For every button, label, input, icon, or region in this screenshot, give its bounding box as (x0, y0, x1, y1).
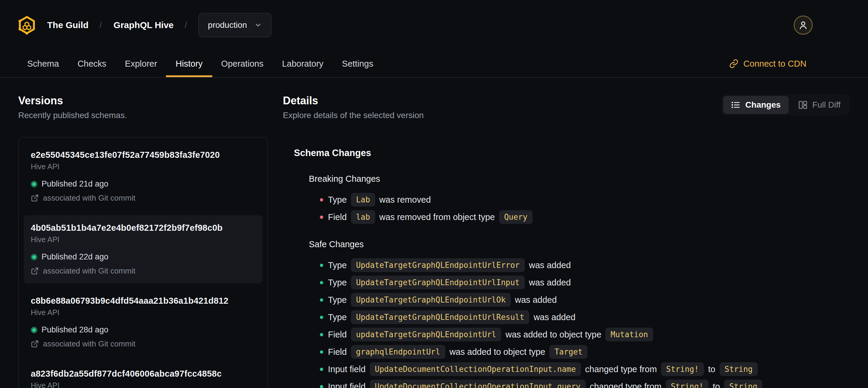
change-text: to (708, 364, 715, 374)
code-badge: graphqlEndpointUrl (351, 345, 445, 359)
bullet-dot (320, 350, 323, 354)
full-diff-view-button[interactable]: Full Diff (790, 96, 848, 114)
code-badge: Target (549, 345, 588, 359)
bullet-dot (320, 368, 323, 371)
change-text: Field (328, 330, 347, 339)
published-status-dot (31, 181, 37, 187)
version-service: Hive API (31, 235, 255, 244)
change-text: Type (328, 295, 347, 305)
change-item-content: Fieldlabwas removed from object typeQuer… (328, 210, 533, 224)
version-list-item[interactable]: 4b05ab51b1b4a7e2e4b0ef82172f2b9f7ef98c0b… (24, 215, 262, 283)
change-text: was added to object type (450, 347, 546, 357)
bullet-dot (320, 281, 323, 284)
change-text: Field (328, 212, 347, 222)
bullet-dot (320, 298, 323, 302)
git-commit-link[interactable]: associated with Git commit (31, 193, 255, 203)
change-item-content: TypeUpdateTargetGraphQLEndpointUrlErrorw… (328, 258, 571, 272)
bullet-dot (320, 215, 323, 219)
version-status-row: Published 22d ago (31, 252, 255, 262)
bullet-dot (320, 316, 323, 319)
tab-laboratory[interactable]: Laboratory (282, 50, 323, 77)
code-badge: UpdateTargetGraphQLEndpointUrlOk (351, 293, 511, 307)
git-commit-label: associated with Git commit (43, 193, 135, 203)
target-selector-dropdown[interactable]: production (198, 13, 272, 37)
tab-history[interactable]: History (176, 50, 203, 77)
change-text: Type (328, 260, 347, 270)
change-text: was added (529, 260, 571, 270)
version-status-row: Published 28d ago (31, 325, 255, 334)
version-hash: 4b05ab51b1b4a7e2e4b0ef82172f2b9f7ef98c0b (31, 223, 255, 233)
changes-view-button[interactable]: Changes (723, 96, 788, 114)
change-list: TypeLabwas removedFieldlabwas removed fr… (320, 193, 850, 224)
code-badge: UpdateTargetGraphQLEndpointUrlInput (351, 276, 525, 289)
code-badge: String (719, 362, 758, 376)
change-item: TypeUpdateTargetGraphQLEndpointUrlOkwas … (320, 293, 850, 307)
change-text: Type (328, 195, 347, 205)
version-status-row: Published 21d ago (31, 179, 255, 189)
code-badge: Query (499, 210, 533, 224)
change-item-content: FieldgraphqlEndpointUrlwas added to obje… (328, 345, 588, 359)
code-badge: updateTargetGraphQLEndpointUrl (351, 328, 501, 341)
target-selector-value: production (208, 20, 247, 30)
tabs-bar: Schema Checks Explorer History Operation… (0, 50, 868, 78)
changes-view-label: Changes (745, 100, 780, 110)
code-badge: String (724, 380, 762, 388)
breadcrumb: The Guild / GraphQL Hive / production (35, 13, 272, 37)
breadcrumb-project[interactable]: GraphQL Hive (114, 20, 174, 30)
external-link-icon (31, 194, 39, 202)
bullet-dot (320, 198, 323, 202)
details-heading-group: Details Explore details of the selected … (283, 94, 424, 120)
schema-changes-title: Schema Changes (294, 148, 850, 158)
breadcrumb-org[interactable]: The Guild (47, 20, 88, 30)
git-commit-link[interactable]: associated with Git commit (31, 266, 255, 276)
code-badge: UpdateTargetGraphQLEndpointUrlError (351, 258, 525, 272)
change-text: Type (328, 278, 347, 288)
change-item: TypeUpdateTargetGraphQLEndpointUrlErrorw… (320, 258, 850, 272)
code-badge: UpdateTargetGraphQLEndpointUrlResult (351, 310, 530, 324)
tab-operations[interactable]: Operations (221, 50, 264, 77)
version-list-item[interactable]: c8b6e88a06793b9c4dfd54aaa21b36a1b421d812… (24, 288, 262, 356)
version-list-item[interactable]: a823f6db2a55df877dcf406006abca97fcc4858c… (24, 361, 262, 388)
change-item: Fieldlabwas removed from object typeQuer… (320, 210, 850, 224)
change-text: was added (529, 278, 571, 288)
git-commit-label: associated with Git commit (43, 339, 135, 349)
change-text: was removed from object type (379, 212, 495, 222)
hive-logo[interactable] (18, 16, 35, 35)
change-section-title: Breaking Changes (309, 174, 850, 184)
chevron-down-icon (254, 21, 262, 29)
tab-schema[interactable]: Schema (27, 50, 59, 77)
external-link-icon (31, 340, 39, 348)
git-commit-label: associated with Git commit (43, 266, 135, 276)
link-icon (729, 59, 739, 68)
version-published-label: Published 21d ago (41, 179, 108, 189)
change-item-content: TypeUpdateTargetGraphQLEndpointUrlOkwas … (328, 293, 557, 307)
versions-panel: Versions Recently published schemas. e2e… (18, 94, 268, 388)
user-avatar-button[interactable] (794, 16, 813, 35)
version-list-item[interactable]: e2e55045345ce13fe07f52a77459b83fa3fe7020… (24, 142, 262, 210)
change-item: TypeUpdateTargetGraphQLEndpointUrlResult… (320, 310, 850, 324)
details-header: Details Explore details of the selected … (283, 94, 850, 120)
change-section: Safe ChangesTypeUpdateTargetGraphQLEndpo… (309, 239, 850, 388)
version-list: e2e55045345ce13fe07f52a77459b83fa3fe7020… (18, 137, 268, 388)
connect-to-cdn-link[interactable]: Connect to CDN (729, 50, 806, 77)
tab-checks[interactable]: Checks (78, 50, 106, 77)
header-top-row: The Guild / GraphQL Hive / production (0, 0, 868, 50)
list-icon (731, 100, 740, 110)
git-commit-link[interactable]: associated with Git commit (31, 339, 255, 349)
change-text: Type (328, 312, 347, 322)
tab-explorer[interactable]: Explorer (125, 50, 157, 77)
change-item-content: Input fieldUpdateDocumentCollectionOpera… (328, 380, 762, 388)
version-hash: c8b6e88a06793b9c4dfd54aaa21b36a1b421d812 (31, 296, 255, 306)
bullet-dot (320, 264, 323, 267)
change-text: was added (515, 295, 557, 305)
change-text: was added (533, 312, 575, 322)
tab-settings[interactable]: Settings (342, 50, 373, 77)
published-status-dot (31, 254, 37, 260)
details-panel: Details Explore details of the selected … (283, 94, 850, 388)
full-diff-view-label: Full Diff (812, 100, 840, 110)
change-text: was added to object type (505, 330, 601, 339)
code-badge: String! (666, 380, 709, 388)
code-badge: Lab (351, 193, 375, 207)
change-text: was removed (379, 195, 431, 205)
change-item: FieldgraphqlEndpointUrlwas added to obje… (320, 345, 850, 359)
